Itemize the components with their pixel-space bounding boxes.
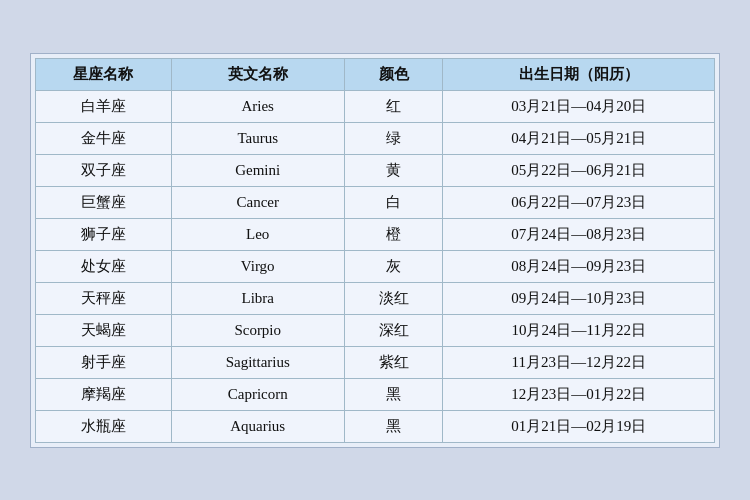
cell-color: 紫红 [344,346,443,378]
table-row: 天蝎座Scorpio深红10月24日—11月22日 [36,314,715,346]
cell-chinese-name: 白羊座 [36,90,172,122]
table-row: 巨蟹座Cancer白06月22日—07月23日 [36,186,715,218]
table-row: 狮子座Leo橙07月24日—08月23日 [36,218,715,250]
cell-chinese-name: 摩羯座 [36,378,172,410]
cell-color: 黑 [344,378,443,410]
cell-chinese-name: 射手座 [36,346,172,378]
cell-color: 黄 [344,154,443,186]
cell-color: 深红 [344,314,443,346]
cell-color: 白 [344,186,443,218]
cell-color: 淡红 [344,282,443,314]
cell-english-name: Scorpio [171,314,344,346]
cell-english-name: Cancer [171,186,344,218]
cell-color: 灰 [344,250,443,282]
cell-chinese-name: 水瓶座 [36,410,172,442]
cell-color: 黑 [344,410,443,442]
cell-english-name: Libra [171,282,344,314]
cell-date: 01月21日—02月19日 [443,410,715,442]
cell-english-name: Aquarius [171,410,344,442]
cell-date: 05月22日—06月21日 [443,154,715,186]
header-date: 出生日期（阳历） [443,58,715,90]
cell-english-name: Capricorn [171,378,344,410]
cell-date: 10月24日—11月22日 [443,314,715,346]
table-row: 金牛座Taurus绿04月21日—05月21日 [36,122,715,154]
table-row: 水瓶座Aquarius黑01月21日—02月19日 [36,410,715,442]
table-row: 天秤座Libra淡红09月24日—10月23日 [36,282,715,314]
cell-english-name: Taurus [171,122,344,154]
table-body: 白羊座Aries红03月21日—04月20日金牛座Taurus绿04月21日—0… [36,90,715,442]
cell-date: 08月24日—09月23日 [443,250,715,282]
table-row: 双子座Gemini黄05月22日—06月21日 [36,154,715,186]
cell-date: 09月24日—10月23日 [443,282,715,314]
cell-chinese-name: 巨蟹座 [36,186,172,218]
cell-date: 06月22日—07月23日 [443,186,715,218]
cell-chinese-name: 金牛座 [36,122,172,154]
cell-english-name: Gemini [171,154,344,186]
cell-english-name: Aries [171,90,344,122]
cell-color: 绿 [344,122,443,154]
cell-chinese-name: 天蝎座 [36,314,172,346]
zodiac-table-container: 星座名称 英文名称 颜色 出生日期（阳历） 白羊座Aries红03月21日—04… [30,53,720,448]
cell-chinese-name: 天秤座 [36,282,172,314]
table-row: 摩羯座Capricorn黑12月23日—01月22日 [36,378,715,410]
header-english-name: 英文名称 [171,58,344,90]
cell-color: 红 [344,90,443,122]
cell-date: 12月23日—01月22日 [443,378,715,410]
cell-date: 04月21日—05月21日 [443,122,715,154]
cell-color: 橙 [344,218,443,250]
header-chinese-name: 星座名称 [36,58,172,90]
cell-english-name: Sagittarius [171,346,344,378]
cell-chinese-name: 双子座 [36,154,172,186]
cell-english-name: Virgo [171,250,344,282]
cell-english-name: Leo [171,218,344,250]
table-row: 处女座Virgo灰08月24日—09月23日 [36,250,715,282]
cell-date: 11月23日—12月22日 [443,346,715,378]
header-color: 颜色 [344,58,443,90]
cell-date: 07月24日—08月23日 [443,218,715,250]
cell-chinese-name: 狮子座 [36,218,172,250]
cell-date: 03月21日—04月20日 [443,90,715,122]
zodiac-table: 星座名称 英文名称 颜色 出生日期（阳历） 白羊座Aries红03月21日—04… [35,58,715,443]
table-header-row: 星座名称 英文名称 颜色 出生日期（阳历） [36,58,715,90]
table-row: 射手座Sagittarius紫红11月23日—12月22日 [36,346,715,378]
table-row: 白羊座Aries红03月21日—04月20日 [36,90,715,122]
cell-chinese-name: 处女座 [36,250,172,282]
